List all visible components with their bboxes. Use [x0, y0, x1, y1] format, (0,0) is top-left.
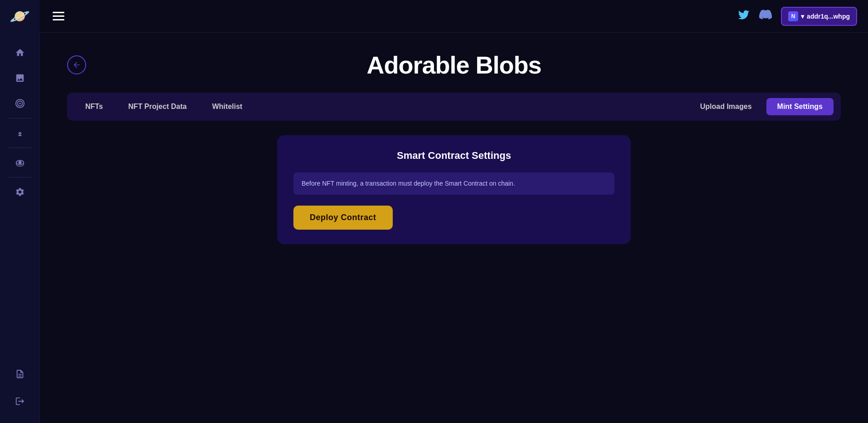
image-icon	[15, 73, 25, 83]
wallet-initial: N	[791, 13, 795, 20]
sidebar-divider-2	[9, 148, 31, 148]
tab-nft-project-data[interactable]: NFT Project Data	[117, 98, 198, 115]
home-icon	[15, 48, 25, 58]
sidebar-bottom	[0, 361, 40, 423]
wallet-icon: N	[788, 11, 798, 21]
tabs-bar: NFTs NFT Project Data Whitelist Upload I…	[67, 93, 841, 121]
contract-card: Smart Contract Settings Before NFT minti…	[277, 135, 631, 244]
twitter-icon[interactable]	[737, 8, 750, 24]
sidebar-item-filter[interactable]	[0, 150, 40, 175]
sidebar-item-settings[interactable]	[0, 179, 40, 205]
hamburger-line-2	[53, 15, 64, 17]
tab-mint-settings[interactable]: Mint Settings	[766, 98, 834, 115]
gear-icon	[15, 187, 25, 197]
filter-icon	[15, 157, 25, 167]
page-content: Adorable Blobs NFTs NFT Project Data Whi…	[40, 33, 868, 423]
svg-point-2	[19, 103, 21, 104]
tab-nfts[interactable]: NFTs	[74, 98, 114, 115]
hamburger-line-3	[53, 19, 64, 20]
documents-icon	[15, 369, 25, 379]
target-icon	[15, 98, 25, 108]
main-wrapper: N ▾ addr1q...whpg Adorable Blobs NFTs NF…	[40, 0, 868, 423]
logout-icon	[15, 396, 25, 406]
tab-whitelist[interactable]: Whitelist	[201, 98, 254, 115]
hamburger-button[interactable]	[51, 10, 66, 22]
header-left	[51, 10, 66, 22]
sidebar-divider-3	[9, 177, 31, 177]
sidebar-item-target[interactable]	[0, 91, 40, 116]
logo-icon: 🪐	[10, 7, 30, 26]
top-header: N ▾ addr1q...whpg	[40, 0, 868, 33]
deploy-contract-button[interactable]: Deploy Contract	[293, 206, 393, 230]
page-header: Adorable Blobs	[67, 51, 841, 79]
wallet-chevron: ▾	[801, 13, 804, 20]
info-box: Before NFT minting, a transaction must d…	[293, 172, 614, 195]
sidebar-nav	[0, 33, 39, 361]
sidebar-item-boost[interactable]	[0, 120, 40, 146]
svg-point-4	[18, 161, 21, 164]
sidebar-logo[interactable]: 🪐	[0, 0, 40, 33]
sidebar-item-home[interactable]	[0, 40, 40, 65]
header-right: N ▾ addr1q...whpg	[737, 7, 857, 26]
wallet-button[interactable]: N ▾ addr1q...whpg	[781, 7, 857, 26]
sidebar-item-logout[interactable]	[0, 389, 40, 414]
card-title: Smart Contract Settings	[293, 150, 614, 162]
tab-upload-images[interactable]: Upload Images	[689, 98, 763, 115]
wallet-address: addr1q...whpg	[807, 13, 850, 20]
page-title: Adorable Blobs	[67, 51, 841, 79]
sidebar-item-documents[interactable]	[0, 361, 40, 387]
sidebar: 🪐	[0, 0, 40, 423]
arrow-left-icon	[72, 60, 81, 69]
sidebar-item-gallery[interactable]	[0, 65, 40, 91]
discord-icon[interactable]	[759, 8, 772, 24]
sidebar-divider-1	[9, 118, 31, 118]
back-button[interactable]	[67, 55, 86, 74]
info-text: Before NFT minting, a transaction must d…	[302, 179, 606, 188]
chevron-up-double-icon	[15, 128, 25, 138]
hamburger-line-1	[53, 12, 64, 13]
